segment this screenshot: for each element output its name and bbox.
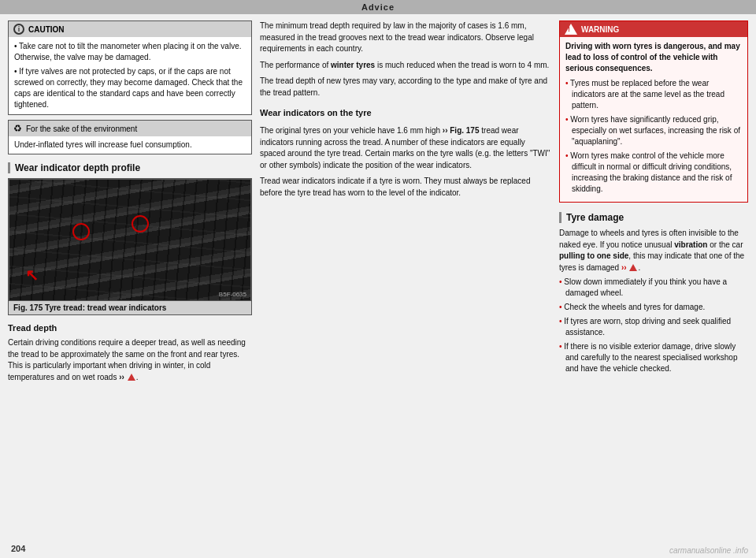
tyre-indicator-2 <box>132 215 149 232</box>
middle-column: The minimum tread depth required by law … <box>260 20 551 552</box>
tyre-fig-code: B5F-0635 <box>219 291 246 298</box>
damage-ref: ›› <box>621 263 628 272</box>
header-title: Advice <box>361 2 395 12</box>
damage-bullet-3: If tyres are worn, stop driving and seek… <box>559 316 748 338</box>
tyre-damage-title: Tyre damage <box>559 212 748 223</box>
tyre-arrow-icon: ↖ <box>25 266 39 285</box>
fig-caption-text: Tyre tread: tread wear indicators <box>45 303 166 312</box>
warning-intro: Driving with worn tyres is dangerous, an… <box>565 41 742 74</box>
caution-box: i CAUTION • Take care not to tilt the ma… <box>8 20 252 115</box>
tyre-image-container: ↖ B5F-0635 Fig. 175 Tyre tread: tread we… <box>8 178 252 315</box>
tread-depth-title: Tread depth <box>8 323 252 333</box>
environment-label: For the sake of the environment <box>26 125 137 133</box>
warning-bullet-2: Worn tyres have significantly reduced gr… <box>565 114 742 147</box>
warning-bullet-3: Worn tyres make control of the vehicle m… <box>565 151 742 195</box>
header-bar: Advice <box>0 0 756 14</box>
caution-header: i CAUTION <box>9 21 251 37</box>
warning-header: WARNING <box>560 21 747 37</box>
left-column: i CAUTION • Take care not to tilt the ma… <box>8 20 252 552</box>
warning-triangle-small <box>128 374 135 381</box>
page-number: 204 <box>11 544 25 553</box>
right-column: WARNING Driving with worn tyres is dange… <box>559 20 748 552</box>
warning-label: WARNING <box>581 25 619 34</box>
tyre-damage-intro: Damage to wheels and tyres is often invi… <box>559 228 748 273</box>
middle-para-1: The minimum tread depth required by law … <box>260 20 551 55</box>
environment-body: Under-inflated tyres will increase fuel … <box>9 136 251 154</box>
fig175-ref: ›› Fig. 175 <box>443 126 480 135</box>
tyre-image: ↖ B5F-0635 <box>9 179 251 301</box>
wear-indicators-text: The original tyres on your vehicle have … <box>260 125 551 203</box>
tyre-indicator-1 <box>72 223 90 240</box>
fig-label: Fig. 175 <box>13 303 43 312</box>
caution-bullet-2: • If tyre valves are not protected by ca… <box>14 66 246 110</box>
para5: Tread wear indicators indicate if a tyre… <box>260 176 551 199</box>
damage-warning-tri <box>629 264 637 271</box>
environment-box: ♻ For the sake of the environment Under-… <box>8 120 252 154</box>
wet-roads-ref: ›› <box>119 373 126 381</box>
fig-caption: Fig. 175 Tyre tread: tread wear indicato… <box>9 301 251 314</box>
caution-bullet-1: • Take care not to tilt the manometer wh… <box>14 41 246 63</box>
warning-body: Driving with worn tyres is dangerous, an… <box>560 37 747 202</box>
middle-para-3: The tread depth of new tyres may vary, a… <box>260 76 551 99</box>
wear-indicators-on-tyre-title: Wear indicators on the tyre <box>260 108 551 117</box>
para4: The original tyres on your vehicle have … <box>260 125 551 171</box>
middle-text: The minimum tread depth required by law … <box>260 20 551 103</box>
environment-header: ♻ For the sake of the environment <box>9 121 251 136</box>
warning-bullet-1: Tyres must be replaced before the wear i… <box>565 78 742 111</box>
watermark: carmanualsonline .info <box>669 546 748 555</box>
damage-bullet-1: Slow down immediately if you think you h… <box>559 277 748 299</box>
wear-indicator-section-title: Wear indicator depth profile <box>8 162 252 173</box>
caution-icon: i <box>13 24 24 35</box>
damage-bullet-2: Check the wheels and tyres for damage. <box>559 302 748 313</box>
caution-body: • Take care not to tilt the manometer wh… <box>9 37 251 114</box>
tyre-damage-text: Damage to wheels and tyres is often invi… <box>559 228 748 378</box>
warning-triangle-icon <box>565 24 577 35</box>
damage-bullet-4: If there is no visible exterior damage, … <box>559 341 748 374</box>
environment-text: Under-inflated tyres will increase fuel … <box>14 140 192 149</box>
warning-box: WARNING Driving with worn tyres is dange… <box>559 20 748 203</box>
content-area: i CAUTION • Take care not to tilt the ma… <box>0 14 756 558</box>
page: Advice i CAUTION • Take care not to tilt… <box>0 0 756 558</box>
caution-label: CAUTION <box>28 25 65 34</box>
tread-depth-text: Certain driving conditions require a dee… <box>8 337 252 383</box>
middle-para-2: The performance of winter tyres is much … <box>260 60 551 72</box>
page-wrapper: i CAUTION • Take care not to tilt the ma… <box>0 14 756 558</box>
